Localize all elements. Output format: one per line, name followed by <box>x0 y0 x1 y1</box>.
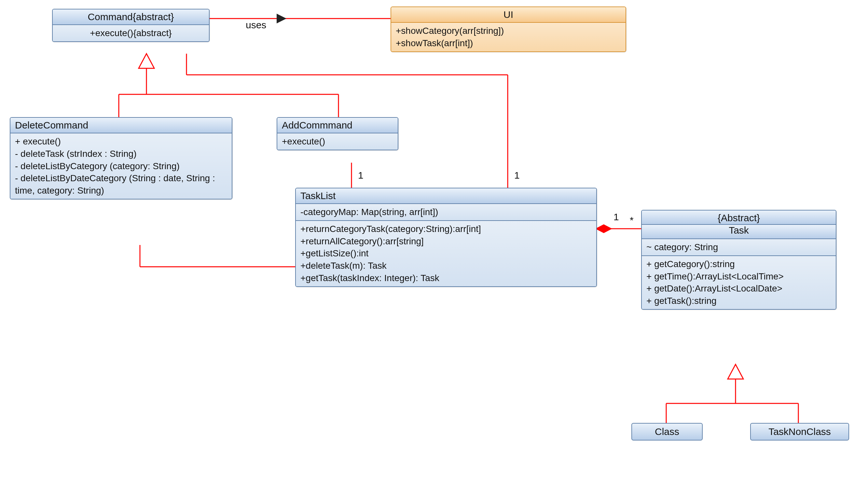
class-delete-command-title: DeleteCommand <box>10 118 232 133</box>
uses-label: uses <box>246 20 266 31</box>
svg-marker-15 <box>728 364 743 379</box>
class-command-methods: +execute(){abstract} <box>53 25 209 41</box>
class-task-attrs: ~ category: String <box>642 239 836 256</box>
class-ui-title: UI <box>391 7 625 23</box>
class-ui-methods: +showCategory(arr[string]) +showTask(arr… <box>391 23 625 52</box>
multiplicity-star: * <box>630 215 634 226</box>
class-tasklist-attrs: -categoryMap: Map(string, arr[int]) <box>296 204 596 221</box>
svg-marker-14 <box>596 225 612 233</box>
multiplicity-one-2: 1 <box>514 170 520 181</box>
class-delete-command-methods: + execute() - deleteTask (strIndex : Str… <box>10 133 232 199</box>
class-tasklist: TaskList -categoryMap: Map(string, arr[i… <box>295 188 597 287</box>
class-command-title: Command{abstract} <box>53 9 209 25</box>
class-tasklist-title: TaskList <box>296 188 596 204</box>
multiplicity-one-1: 1 <box>358 170 364 181</box>
class-add-command-title: AddCommmand <box>277 118 398 133</box>
class-delete-command: DeleteCommand + execute() - deleteTask (… <box>10 117 232 199</box>
class-add-command: AddCommmand +execute() <box>277 117 398 150</box>
class-task-methods: + getCategory():string + getTime():Array… <box>642 256 836 309</box>
class-ui: UI +showCategory(arr[string]) +showTask(… <box>391 6 626 52</box>
svg-marker-2 <box>138 54 154 68</box>
class-tasknonclass: TaskNonClass <box>750 423 849 441</box>
svg-marker-1 <box>277 14 286 24</box>
class-command: Command{abstract} +execute(){abstract} <box>52 9 210 42</box>
class-task: {Abstract} Task ~ category: String + get… <box>641 210 836 310</box>
class-add-command-methods: +execute() <box>277 133 398 150</box>
multiplicity-one-3: 1 <box>614 212 619 223</box>
class-task-title: Task <box>642 225 836 239</box>
class-task-stereo: {Abstract} <box>642 210 836 225</box>
class-class: Class <box>631 423 703 441</box>
class-tasklist-methods: +returnCategoryTask(category:String):arr… <box>296 221 596 286</box>
